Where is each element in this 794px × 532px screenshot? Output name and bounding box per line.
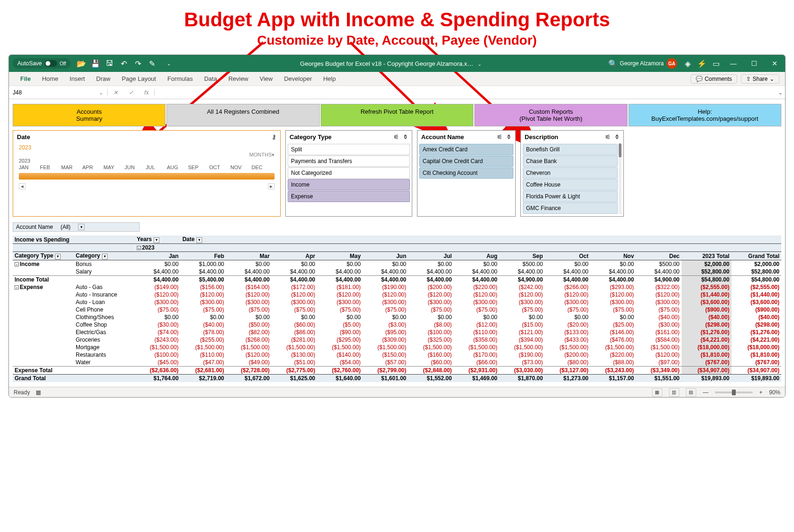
tab-developer[interactable]: Developer (278, 72, 317, 86)
account-name-slicer[interactable]: Account Name ⚟ ⚱ Amex Credit CardCapital… (417, 130, 516, 217)
tab-help[interactable]: Help (317, 72, 341, 86)
view-page-break-icon[interactable]: ▤ (686, 388, 696, 397)
tab-formulas[interactable]: Formulas (162, 72, 198, 86)
category-type-slicer[interactable]: Category Type ⚟ ⚱ SplitPayments and Tran… (285, 130, 412, 217)
month-label: APR (82, 164, 90, 170)
macro-record-icon[interactable]: ▦ (36, 389, 41, 396)
accept-icon[interactable]: ✓ (129, 89, 134, 96)
scroll-left-icon[interactable]: ◄ (19, 183, 25, 189)
filter-dropdown-icon[interactable]: ▾ (55, 254, 61, 259)
redo-icon[interactable]: ↷ (131, 59, 145, 68)
date-timeline-slicer[interactable]: Date ⚷ 2023 MONTHS ▾ 2023 JANFEBMARAPRMA… (13, 130, 281, 217)
title-chevron-icon[interactable]: ⌄ (478, 62, 481, 67)
slicer-item[interactable]: Chase Bank (523, 156, 618, 167)
headline-subtitle: Customize by Date, Account, Payee (Vendo… (0, 33, 794, 48)
period-dropdown[interactable]: MONTHS (249, 152, 272, 158)
diamond-icon[interactable]: ◈ (681, 59, 695, 68)
tab-data[interactable]: Data (198, 72, 222, 86)
share-button[interactable]: ⇪ Share ⌄ (741, 74, 779, 84)
scroll-right-icon[interactable]: ► (268, 183, 275, 189)
slicer-item[interactable]: GMC Finance (523, 203, 618, 214)
slicer-item[interactable]: Florida Power & Light (523, 191, 618, 202)
tab-page-layout[interactable]: Page Layout (116, 72, 162, 86)
nav-button-row: Accounts Summary All 14 Registers Combin… (13, 104, 781, 126)
slicer-title: Description (525, 133, 558, 141)
clear-filter-icon[interactable]: ⚷ (272, 133, 276, 141)
open-icon[interactable]: 📂 (74, 59, 88, 68)
clear-filter-icon[interactable]: ⚱ (403, 133, 408, 141)
chart-icon[interactable]: ✎ (145, 59, 159, 68)
chevron-down-icon: ⌄ (770, 76, 774, 82)
multi-select-icon[interactable]: ⚟ (605, 133, 611, 141)
slicer-item[interactable]: Bonefish Grill (523, 144, 618, 155)
tab-insert[interactable]: Insert (64, 72, 91, 86)
slicer-item[interactable]: Citi Checking Account (419, 167, 513, 179)
fx-icon[interactable]: fx (144, 89, 149, 96)
tab-review[interactable]: Review (223, 72, 254, 86)
filter-dropdown-icon[interactable]: ▾ (102, 254, 108, 259)
view-normal-icon[interactable]: ▦ (652, 388, 662, 397)
multi-select-icon[interactable]: ⚟ (393, 133, 399, 141)
slicer-item[interactable]: Income (288, 179, 410, 190)
expand-formula-icon[interactable]: ⌄ (776, 89, 785, 96)
description-slicer[interactable]: Description ⚟ ⚱ Bonefish GrillChase Bank… (520, 130, 624, 217)
timeline-bar[interactable] (19, 173, 275, 180)
save-icon[interactable]: 💾 (88, 59, 102, 68)
ribbon-mode-icon[interactable]: ⚡ (695, 59, 709, 68)
comments-button[interactable]: 💬 Comments (691, 74, 737, 84)
title-bar: AutoSave Off 📂 💾 🖫 ↶ ↷ ✎ ⌄ Georges Budge… (9, 55, 785, 72)
collapse-icon[interactable]: - (137, 246, 141, 250)
slicer-item[interactable]: Not Categorized (288, 167, 410, 179)
month-label: JUN (125, 164, 132, 170)
autosave-toggle[interactable]: AutoSave Off (13, 58, 71, 69)
slicer-item[interactable]: Split (288, 144, 410, 155)
name-box[interactable]: J48 ⌄ (9, 89, 108, 96)
save-alt-icon[interactable]: 🖫 (102, 59, 117, 68)
tab-view[interactable]: View (254, 72, 278, 86)
nav-help[interactable]: Help: BuyExcelTemplates.com/pages/suppor… (629, 104, 781, 126)
status-ready: Ready (14, 389, 30, 396)
nav-accounts-summary[interactable]: Accounts Summary (13, 104, 165, 126)
display-mode-icon[interactable]: ▭ (709, 59, 723, 68)
multi-select-icon[interactable]: ⚟ (497, 133, 503, 141)
nav-refresh-pivot[interactable]: Refresh Pivot Table Report (321, 104, 473, 126)
document-title: Georges Budget for Excel v18 - Copyright… (176, 60, 605, 67)
tab-home[interactable]: Home (36, 72, 64, 86)
slicer-item[interactable]: Cheveron (523, 167, 618, 179)
slicer-item[interactable]: Capital One Credit Card (419, 156, 513, 167)
slicer-item[interactable]: Coffee House (523, 179, 618, 190)
filter-dropdown-icon[interactable]: ▾ (78, 224, 85, 230)
undo-icon[interactable]: ↶ (117, 59, 131, 68)
ribbon-tabs: File Home Insert Draw Page Layout Formul… (9, 72, 785, 86)
qat-dropdown-icon[interactable]: ⌄ (162, 61, 176, 66)
tab-draw[interactable]: Draw (91, 72, 116, 86)
user-account[interactable]: George Alzamora GA (620, 58, 677, 69)
filter-dropdown-icon[interactable]: ▾ (154, 237, 159, 243)
collapse-icon[interactable]: - (15, 285, 19, 289)
month-label: SEP (188, 164, 196, 170)
nav-all-registers[interactable]: All 14 Registers Combined (166, 104, 319, 126)
close-button[interactable]: ✕ (764, 60, 785, 67)
zoom-out-icon[interactable]: — (703, 389, 708, 396)
nav-custom-reports[interactable]: Custom Reports (Pivot Table Net Worth) (474, 104, 627, 126)
month-labels: JANFEBMARAPRMAYJUNJULAUGSEPOCTNOVDEC (15, 164, 278, 171)
clear-filter-icon[interactable]: ⚱ (614, 133, 620, 141)
slicer-item[interactable]: Expense (288, 191, 410, 202)
zoom-level[interactable]: 90% (769, 389, 780, 396)
clear-filter-icon[interactable]: ⚱ (506, 133, 511, 141)
slicer-item[interactable]: Amex Credit Card (419, 144, 513, 155)
slicer-scrollbar[interactable] (619, 143, 621, 214)
search-icon[interactable]: 🔍 (606, 59, 620, 68)
month-label: NOV (230, 164, 238, 170)
minimize-button[interactable]: — (723, 60, 744, 67)
excel-window: AutoSave Off 📂 💾 🖫 ↶ ↷ ✎ ⌄ Georges Budge… (8, 55, 786, 398)
slicer-item[interactable]: Payments and Transfers (288, 156, 410, 167)
cancel-icon[interactable]: ✕ (113, 89, 118, 96)
zoom-in-icon[interactable]: + (759, 389, 763, 396)
filter-dropdown-icon[interactable]: ▾ (197, 237, 202, 243)
tab-file[interactable]: File (15, 72, 36, 86)
view-page-layout-icon[interactable]: ▥ (669, 388, 679, 397)
collapse-icon[interactable]: - (15, 262, 19, 266)
maximize-button[interactable]: ☐ (744, 60, 764, 67)
zoom-slider[interactable] (715, 391, 753, 393)
